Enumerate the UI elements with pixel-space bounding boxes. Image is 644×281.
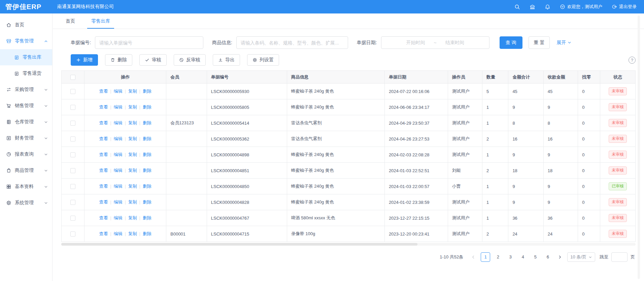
row-action-edit[interactable]: 编辑: [114, 104, 123, 110]
row-checkbox[interactable]: [70, 216, 75, 221]
row-action-view[interactable]: 查看: [99, 199, 108, 205]
row-action-copy[interactable]: 复制: [128, 120, 137, 125]
sidebar-item-system-management[interactable]: 系统管理: [0, 195, 52, 211]
row-action-view[interactable]: 查看: [99, 120, 108, 125]
page-button-5[interactable]: 5: [531, 252, 540, 262]
row-action-view[interactable]: 查看: [99, 168, 108, 173]
row-action-edit[interactable]: 编辑: [114, 231, 123, 236]
row-action-view[interactable]: 查看: [99, 215, 108, 220]
row-action-copy[interactable]: 复制: [128, 104, 137, 110]
row-checkbox[interactable]: [70, 89, 75, 94]
row-action-copy[interactable]: 复制: [128, 184, 137, 189]
row-action-copy[interactable]: 复制: [128, 89, 137, 94]
tab-home[interactable]: 首页: [58, 13, 83, 29]
row-checkbox[interactable]: [70, 231, 75, 237]
column-settings-button[interactable]: 列设置: [247, 54, 279, 66]
next-page-button[interactable]: [555, 253, 564, 261]
delete-button[interactable]: 删除: [105, 54, 132, 66]
vertical-scrollbar[interactable]: [638, 15, 640, 279]
col-date: 单据日期: [384, 71, 448, 84]
page-size-select[interactable]: 10 条/页: [567, 252, 595, 262]
row-checkbox[interactable]: [70, 184, 75, 189]
row-action-delete[interactable]: 删除: [143, 152, 151, 157]
prev-page-button[interactable]: [469, 253, 478, 261]
sidebar-item-basic-data[interactable]: 基本资料: [0, 179, 52, 195]
row-checkbox[interactable]: [70, 121, 75, 126]
row-action-delete[interactable]: 删除: [143, 199, 151, 205]
row-action-edit[interactable]: 编辑: [114, 89, 123, 94]
sidebar-item-retail-outbound[interactable]: 零售出库: [0, 49, 52, 65]
row-action-copy[interactable]: 复制: [128, 136, 137, 141]
add-button[interactable]: 新增: [71, 54, 98, 66]
row-checkbox[interactable]: [70, 168, 75, 173]
page-button-6[interactable]: 6: [543, 252, 552, 262]
select-all-checkbox[interactable]: [70, 75, 75, 80]
row-action-view[interactable]: 查看: [99, 104, 108, 110]
sidebar-item-sales-management[interactable]: 销售管理: [0, 98, 52, 114]
page-button-2[interactable]: 2: [493, 252, 503, 262]
row-action-delete[interactable]: 删除: [143, 168, 151, 173]
row-action-copy[interactable]: 复制: [128, 168, 137, 173]
page-button-3[interactable]: 3: [506, 252, 515, 262]
jump-to-label: 跳至: [600, 254, 608, 260]
sidebar-item-finance-management[interactable]: 财务管理: [0, 130, 52, 146]
reset-button[interactable]: 重 置: [529, 36, 550, 49]
row-action-copy[interactable]: 复制: [128, 215, 137, 220]
row-action-delete[interactable]: 删除: [143, 120, 151, 125]
welcome-user[interactable]: 欢迎您，测试用户: [560, 4, 602, 10]
sidebar-item-retail-management[interactable]: 零售管理: [0, 33, 52, 49]
row-action-copy[interactable]: 复制: [128, 199, 137, 205]
date-cell: 2024-01-03 22:00:57: [384, 179, 448, 194]
date-range-picker[interactable]: 开始时间 ~ 结束时间: [381, 36, 489, 49]
row-checkbox[interactable]: [70, 136, 75, 142]
sidebar-item-purchase-management[interactable]: 采购管理: [0, 82, 52, 98]
row-action-edit[interactable]: 编辑: [114, 120, 123, 125]
row-action-edit[interactable]: 编辑: [114, 215, 123, 220]
help-icon[interactable]: ?: [629, 57, 636, 64]
row-action-view[interactable]: 查看: [99, 152, 108, 157]
row-action-copy[interactable]: 复制: [128, 231, 137, 236]
row-action-delete[interactable]: 删除: [143, 89, 151, 94]
page-button-4[interactable]: 4: [518, 252, 528, 262]
sidebar-item-retail-returns[interactable]: 零售退货: [0, 65, 52, 82]
row-action-view[interactable]: 查看: [99, 89, 108, 94]
unaudit-button[interactable]: 反审核: [174, 54, 206, 66]
row-checkbox[interactable]: [70, 200, 75, 205]
sidebar-item-goods-management[interactable]: 商品管理: [0, 162, 52, 179]
audit-button[interactable]: 审核: [139, 54, 167, 66]
jump-page-input[interactable]: [611, 252, 628, 262]
sidebar-item-home[interactable]: 首页: [0, 17, 52, 33]
row-checkbox[interactable]: [70, 105, 75, 110]
row-action-edit[interactable]: 编辑: [114, 136, 123, 141]
search-icon[interactable]: [514, 4, 520, 10]
row-action-delete[interactable]: 删除: [143, 231, 151, 236]
tab-retail-outbound[interactable]: 零售出库: [83, 13, 118, 29]
sidebar-item-report-query[interactable]: 报表查询: [0, 146, 52, 162]
row-action-delete[interactable]: 删除: [143, 184, 151, 189]
bell-icon[interactable]: [545, 4, 550, 10]
page-button-1[interactable]: 1: [481, 252, 490, 262]
export-button[interactable]: 导出: [213, 54, 240, 66]
row-action-edit[interactable]: 编辑: [114, 184, 123, 189]
row-checkbox[interactable]: [70, 152, 75, 157]
product-info-input[interactable]: [236, 36, 348, 49]
row-action-view[interactable]: 查看: [99, 184, 108, 189]
date-start-placeholder: 开始时间: [406, 40, 425, 46]
expand-link[interactable]: 展开: [556, 40, 572, 46]
logout-button[interactable]: 退出登录: [612, 4, 637, 10]
sidebar-item-warehouse-management[interactable]: 仓库管理: [0, 114, 52, 130]
row-action-edit[interactable]: 编辑: [114, 152, 123, 157]
table-row: 查看|编辑|复制|删除LSCK00000004767啤酒 580ml xxsxx…: [62, 210, 636, 226]
search-button[interactable]: 查 询: [500, 36, 522, 49]
row-action-copy[interactable]: 复制: [128, 152, 137, 157]
horizontal-scrollbar[interactable]: [61, 243, 636, 246]
row-action-delete[interactable]: 删除: [143, 215, 151, 220]
row-action-edit[interactable]: 编辑: [114, 199, 123, 205]
row-action-view[interactable]: 查看: [99, 136, 108, 141]
row-action-edit[interactable]: 编辑: [114, 168, 123, 173]
row-action-view[interactable]: 查看: [99, 231, 108, 236]
row-action-delete[interactable]: 删除: [143, 136, 151, 141]
bank-icon[interactable]: [530, 4, 535, 10]
order-no-input[interactable]: [95, 36, 203, 49]
row-action-delete[interactable]: 删除: [143, 104, 151, 110]
